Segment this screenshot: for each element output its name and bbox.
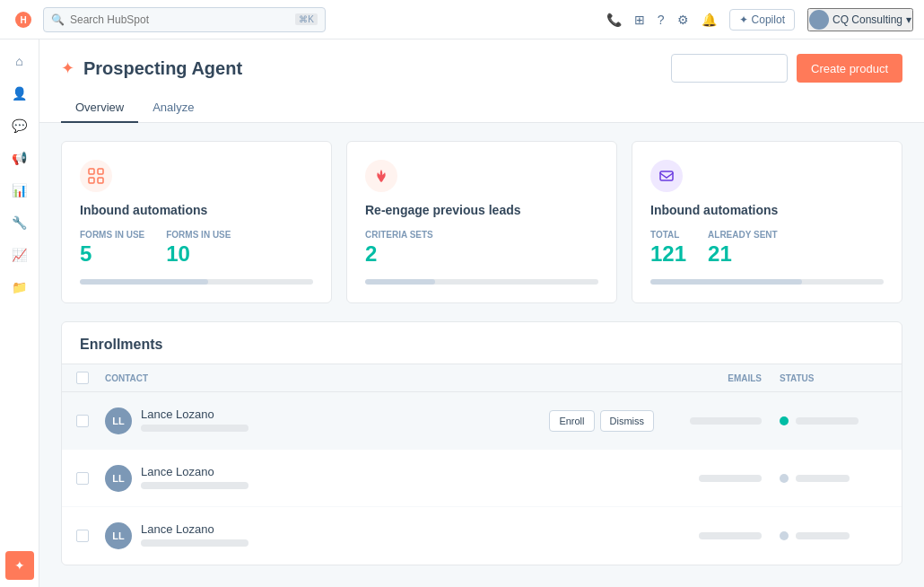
- contact-name-2: Lance Lozano: [141, 465, 248, 478]
- nav-icons: 📞 ⊞ ? ⚙ 🔔 ✦ Copilot CQ Consulting ▾: [606, 8, 913, 31]
- stat-label-3b: ALREADY SENT: [708, 230, 778, 240]
- search-shortcut: ⌘K: [295, 13, 318, 25]
- row-checkbox-1[interactable]: [76, 415, 89, 427]
- sidebar-item-marketing[interactable]: 📢: [5, 144, 34, 172]
- sidebar-item-home[interactable]: ⌂: [5, 47, 34, 75]
- contact-sub-3: [141, 539, 248, 547]
- svg-rect-2: [89, 169, 94, 174]
- sidebar: ⌂ 👤 💬 📢 📊 🔧 📈 📁 ✦: [0, 39, 39, 587]
- status-text-2: [796, 475, 850, 482]
- stat-value-3a: 121: [650, 241, 686, 267]
- emails-col-2: [654, 475, 762, 482]
- workspace-button[interactable]: CQ Consulting ▾: [807, 8, 913, 31]
- sidebar-item-reports[interactable]: 📈: [5, 241, 34, 269]
- enrollment-table-header: CONTACT EMAILS STATUS: [62, 364, 902, 392]
- stat-card-inbound2: Inbound automations TOTAL 121 ALREADY SE…: [632, 141, 902, 303]
- tabs: Overview Analyze: [61, 93, 902, 122]
- header-actions: Create product: [671, 54, 902, 83]
- top-nav: H 🔍 ⌘K 📞 ⊞ ? ⚙ 🔔 ✦ Copilot CQ Consulting…: [0, 0, 924, 39]
- contact-info-1: LL Lance Lozano: [105, 407, 549, 434]
- avatar-2: LL: [105, 465, 132, 492]
- create-product-button[interactable]: Create product: [797, 54, 902, 83]
- main-layout: ⌂ 👤 💬 📢 📊 🔧 📈 📁 ✦ ✦ Prospecting Agent Cr…: [0, 39, 924, 587]
- search-icon: 🔍: [51, 13, 65, 26]
- stat-bar-2: [365, 279, 598, 285]
- col-header-contact: CONTACT: [105, 373, 654, 383]
- stat-metrics-1: FORMS IN USE 5 FORMS IN USE 10: [80, 230, 313, 267]
- stat-label-1a: FORMS IN USE: [80, 230, 144, 240]
- stat-icon-fire: [365, 160, 397, 192]
- sidebar-item-files[interactable]: 📁: [5, 273, 34, 302]
- col-header-emails: EMAILS: [654, 373, 762, 383]
- contact-info-2: LL Lance Lozano: [105, 465, 379, 492]
- select-all-checkbox[interactable]: [76, 372, 89, 384]
- status-text-3: [796, 532, 850, 539]
- row-actions-1: Enroll Dismiss: [549, 410, 654, 432]
- copilot-label: Copilot: [752, 13, 785, 26]
- avatar-1: LL: [105, 407, 132, 434]
- sidebar-item-agent[interactable]: ✦: [5, 551, 34, 580]
- hubspot-logo[interactable]: H: [11, 7, 36, 32]
- stat-value-3b: 21: [708, 241, 778, 267]
- stat-icon-email: [650, 160, 683, 192]
- copilot-button[interactable]: ✦ Copilot: [729, 9, 795, 31]
- stat-label-1b: FORMS IN USE: [166, 230, 231, 240]
- svg-rect-5: [98, 178, 103, 183]
- content: Inbound automations FORMS IN USE 5 FORMS…: [39, 123, 924, 583]
- sidebar-item-service[interactable]: 🔧: [5, 208, 34, 237]
- dismiss-button-1[interactable]: Dismiss: [600, 410, 655, 432]
- email-bar-1: [690, 417, 762, 425]
- contact-name-3: Lance Lozano: [141, 522, 248, 536]
- grid-icon[interactable]: ⊞: [634, 13, 645, 27]
- outline-button[interactable]: [671, 54, 788, 83]
- contact-details-2: Lance Lozano: [141, 465, 248, 492]
- emails-col-1: [654, 417, 762, 425]
- avatar-3: LL: [105, 522, 132, 549]
- sidebar-item-contacts[interactable]: 👤: [5, 79, 34, 108]
- avatar-icon: [809, 10, 829, 30]
- stat-metrics-2: CRITERIA SETS 2: [365, 230, 598, 267]
- status-dot-3: [780, 531, 789, 540]
- enrollments-section: Enrollments CONTACT EMAILS STATUS: [61, 321, 902, 565]
- stat-card-title-1: Inbound automations: [80, 203, 313, 217]
- row-checkbox-3[interactable]: [76, 530, 89, 542]
- row-checkbox-2[interactable]: [76, 472, 89, 485]
- enrollments-header: Enrollments: [62, 322, 902, 364]
- status-text-1: [796, 417, 859, 425]
- svg-rect-3: [98, 169, 103, 174]
- spark-icon: ✦: [61, 58, 74, 78]
- help-icon[interactable]: ?: [658, 13, 665, 27]
- svg-text:H: H: [20, 15, 26, 25]
- status-col-1: [762, 416, 887, 425]
- email-bar-2: [699, 475, 762, 482]
- svg-rect-6: [660, 171, 673, 180]
- stat-bar-3: [650, 279, 884, 285]
- enrollment-row: LL Lance Lozano: [62, 450, 902, 507]
- workspace-label: CQ Consulting: [832, 13, 902, 26]
- search-input[interactable]: [70, 13, 290, 26]
- status-col-2: [762, 474, 887, 483]
- enroll-button-1[interactable]: Enroll: [549, 410, 594, 432]
- enrollment-row: LL Lance Lozano: [62, 507, 902, 565]
- search-bar[interactable]: 🔍 ⌘K: [43, 7, 326, 32]
- stat-bar-1: [80, 279, 313, 285]
- page-header: ✦ Prospecting Agent Create product Overv…: [39, 39, 924, 123]
- emails-col-3: [654, 532, 762, 539]
- stat-label-3a: TOTAL: [650, 230, 686, 240]
- stat-label-2a: CRITERIA SETS: [365, 230, 433, 240]
- stat-card-reengage: Re-engage previous leads CRITERIA SETS 2: [346, 141, 617, 303]
- page-title: Prospecting Agent: [83, 58, 242, 79]
- sidebar-item-sales[interactable]: 📊: [5, 176, 34, 205]
- bell-icon[interactable]: 🔔: [702, 13, 717, 27]
- email-bar-3: [699, 532, 762, 539]
- page-title-left: ✦ Prospecting Agent: [61, 58, 242, 79]
- stat-card-inbound1: Inbound automations FORMS IN USE 5 FORMS…: [61, 141, 332, 303]
- phone-icon[interactable]: 📞: [606, 13, 622, 27]
- sidebar-item-conversations[interactable]: 💬: [5, 111, 34, 140]
- stat-metrics-3: TOTAL 121 ALREADY SENT 21: [650, 230, 884, 267]
- tab-overview[interactable]: Overview: [61, 93, 138, 123]
- status-dot-2: [780, 474, 789, 483]
- tab-analyze[interactable]: Analyze: [138, 93, 208, 123]
- contact-sub-2: [141, 482, 248, 489]
- settings-icon[interactable]: ⚙: [677, 13, 689, 27]
